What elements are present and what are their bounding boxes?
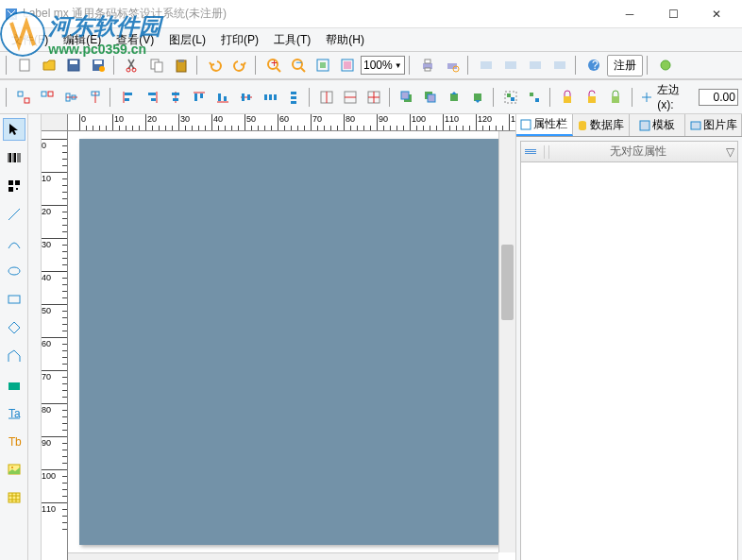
ungroup-button[interactable]: [524, 86, 546, 109]
minimize-button[interactable]: ─: [608, 0, 651, 28]
main-area: Ta Tb 0102030405060708090100110120130 01…: [0, 114, 742, 560]
maximize-button[interactable]: ☐: [651, 0, 695, 28]
align-right-button[interactable]: [141, 86, 162, 109]
tool-polygon[interactable]: [3, 345, 25, 367]
tool-barcode[interactable]: [3, 146, 25, 169]
tool-text-a[interactable]: Ta: [3, 401, 25, 424]
align-vcenter-button[interactable]: [164, 86, 186, 109]
tool-select[interactable]: [3, 118, 25, 141]
svg-rect-58: [224, 96, 227, 101]
redo-button[interactable]: [228, 54, 251, 76]
menu-edit[interactable]: 编辑(E): [56, 30, 109, 50]
distribute-h-button[interactable]: [260, 86, 281, 109]
canvas-viewport[interactable]: [68, 131, 498, 552]
svg-rect-60: [242, 93, 245, 101]
open-button[interactable]: [38, 54, 60, 76]
tab-database[interactable]: 数据库: [573, 114, 630, 136]
paste-button[interactable]: [170, 54, 193, 76]
tab-images[interactable]: 图片库: [685, 114, 742, 136]
lock-button[interactable]: [557, 86, 579, 109]
svg-text:b: b: [15, 435, 22, 449]
tb-btn-1[interactable]: [475, 54, 497, 76]
tb-btn-4[interactable]: [548, 54, 571, 76]
new-button[interactable]: [13, 54, 36, 76]
tb-btn-3[interactable]: [524, 54, 547, 76]
save-as-button[interactable]: [87, 54, 110, 76]
align-top-button[interactable]: [188, 86, 210, 109]
actual-button[interactable]: [336, 54, 359, 76]
tab-template[interactable]: 模板: [630, 114, 686, 136]
bring-forward-button[interactable]: [444, 86, 465, 109]
ruler-horizontal[interactable]: 0102030405060708090100110120130: [68, 114, 515, 131]
copy-button[interactable]: [145, 54, 168, 76]
tool-fill[interactable]: [3, 373, 25, 396]
tool-qrcode[interactable]: [3, 175, 25, 197]
help-button[interactable]: ?: [582, 54, 605, 76]
titlebar: Label mx 通用条码标签设计系统(未注册) ─ ☐ ✕: [0, 0, 742, 28]
tool-diamond[interactable]: [3, 316, 25, 339]
menu-view[interactable]: 查看(V): [109, 30, 161, 50]
fit-button[interactable]: [312, 54, 334, 76]
left-input[interactable]: [699, 89, 738, 106]
svg-rect-119: [640, 121, 649, 130]
svg-rect-3: [70, 60, 77, 64]
send-backward-button[interactable]: [467, 86, 489, 109]
svg-rect-85: [535, 98, 539, 102]
print-preview-button[interactable]: [441, 54, 464, 76]
lock-all-button[interactable]: [604, 86, 626, 109]
settings-button[interactable]: [654, 54, 677, 76]
close-button[interactable]: ✕: [695, 0, 738, 28]
distribute-v-button[interactable]: [283, 86, 305, 109]
align-btn-4[interactable]: [84, 86, 106, 109]
cut-button[interactable]: [121, 54, 143, 76]
menu-tool[interactable]: 工具(T): [266, 30, 318, 50]
scrollbar-vertical[interactable]: [498, 131, 515, 552]
menu-help[interactable]: 帮助(H): [318, 30, 372, 50]
svg-rect-88: [612, 96, 619, 103]
panel-tabs: 属性栏 数据库 模板 图片库: [516, 114, 742, 137]
align-bottom-button[interactable]: [211, 86, 233, 109]
tool-table[interactable]: [3, 486, 25, 509]
tool-line[interactable]: [3, 203, 25, 226]
canvas-page[interactable]: [79, 139, 498, 545]
tb-btn-2[interactable]: [499, 54, 522, 76]
register-button[interactable]: 注册: [607, 55, 643, 76]
center-page-button[interactable]: [363, 86, 385, 109]
no-props-label: 无对应属性: [553, 144, 722, 160]
save-button[interactable]: [62, 54, 85, 76]
panel-header: 无对应属性 ▽: [521, 142, 737, 162]
menu-layer[interactable]: 图层(L): [161, 30, 213, 50]
center-page-h-button[interactable]: [316, 86, 338, 109]
menu-print[interactable]: 打印(P): [213, 30, 266, 50]
send-back-button[interactable]: [420, 86, 442, 109]
svg-rect-12: [178, 59, 184, 62]
tool-curve[interactable]: [3, 231, 25, 254]
group-button[interactable]: [500, 86, 522, 109]
panel-dropdown[interactable]: ▽: [722, 145, 737, 159]
svg-rect-67: [291, 101, 296, 104]
bring-front-button[interactable]: [396, 86, 418, 109]
align-left-button[interactable]: [117, 86, 139, 109]
align-hcenter-button[interactable]: [235, 86, 257, 109]
scrollbar-horizontal[interactable]: [68, 552, 498, 560]
tool-image[interactable]: [3, 458, 25, 481]
zoom-out-button[interactable]: −: [287, 54, 310, 76]
menu-file[interactable]: 文件(F): [4, 30, 56, 50]
svg-rect-79: [450, 93, 458, 101]
svg-rect-10: [155, 62, 162, 72]
tab-properties[interactable]: 属性栏: [516, 114, 573, 136]
align-btn-3[interactable]: [60, 86, 82, 109]
align-btn-1[interactable]: [13, 86, 35, 109]
svg-rect-120: [691, 122, 700, 129]
ruler-vertical[interactable]: 0102030405060708090100110: [42, 131, 68, 560]
align-btn-2[interactable]: [37, 86, 59, 109]
tool-rect[interactable]: [3, 288, 25, 311]
unlock-button[interactable]: [581, 86, 602, 109]
tool-ellipse[interactable]: [3, 260, 25, 282]
print-button[interactable]: [416, 54, 439, 76]
zoom-in-button[interactable]: +: [262, 54, 285, 76]
undo-button[interactable]: [204, 54, 227, 76]
zoom-combo[interactable]: 100%▼: [361, 56, 405, 75]
center-page-v-button[interactable]: [340, 86, 362, 109]
tool-text-b[interactable]: Tb: [3, 430, 25, 452]
